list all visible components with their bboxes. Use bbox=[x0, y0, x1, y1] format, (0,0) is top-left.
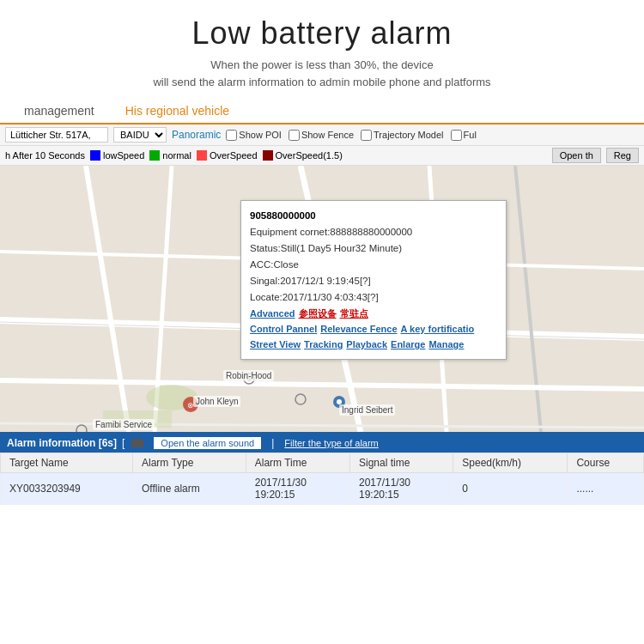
alarm-filter-button[interactable]: Filter the type of alarm bbox=[284, 438, 378, 448]
col-alarm-type: Alarm Type bbox=[132, 453, 246, 473]
panoramic-link[interactable]: Panoramic bbox=[172, 129, 221, 141]
subtitle-line1: When the power is less than 30%, the dev… bbox=[210, 58, 433, 71]
cell-course: ...... bbox=[568, 473, 644, 505]
alarm-table: Target Name Alarm Type Alarm Time Signal… bbox=[0, 453, 644, 505]
action-enlarge[interactable]: Enlarge bbox=[391, 337, 425, 352]
legend-overspeed: OverSpeed bbox=[197, 150, 258, 161]
action-resident[interactable]: 常驻点 bbox=[340, 306, 368, 321]
col-speed: Speed(km/h) bbox=[453, 453, 568, 473]
show-fence-checkbox[interactable] bbox=[289, 130, 300, 141]
legend-lowspeed: lowSpeed bbox=[90, 150, 144, 161]
address-input[interactable] bbox=[5, 127, 108, 143]
overspeed15-dot bbox=[263, 150, 273, 161]
overspeed-dot bbox=[197, 150, 207, 161]
show-fence-label[interactable]: Show Fence bbox=[289, 130, 354, 141]
full-checkbox[interactable] bbox=[451, 130, 462, 141]
alarm-sound-button[interactable]: Open the alarm sound bbox=[154, 437, 261, 449]
map-container[interactable]: ⊕ ⊕ ⊗ KletterwaId Aachen Elektro Brensch… bbox=[0, 166, 644, 432]
map-toolbar: BAIDU Panoramic Show POI Show Fence Traj… bbox=[0, 125, 644, 146]
action-fortification[interactable]: A key fortificatio bbox=[401, 321, 475, 337]
refresh-label: h After 10 Seconds bbox=[5, 150, 85, 161]
map-label-john-kleyn: John Kleyn bbox=[193, 396, 240, 407]
cell-alarm-time: 2017/11/3019:20:15 bbox=[246, 473, 349, 505]
subtitle: When the power is less than 30%, the dev… bbox=[0, 57, 644, 90]
action-ref-device[interactable]: 参照设备 bbox=[299, 306, 337, 321]
trajectory-label[interactable]: Trajectory Model bbox=[361, 130, 444, 141]
nav-regional-vehicle[interactable]: His regional vehicle bbox=[110, 99, 245, 125]
overspeed15-label: OverSpeed(1.5) bbox=[276, 150, 343, 161]
col-signal-time: Signal time bbox=[349, 453, 453, 473]
popup-locate: Locate:2017/11/30 4:03:43[?] bbox=[250, 289, 497, 306]
nav-bar: management His regional vehicle bbox=[0, 99, 644, 125]
show-poi-label[interactable]: Show POI bbox=[226, 130, 282, 141]
action-manage[interactable]: Manage bbox=[428, 337, 464, 352]
cell-signal-time: 2017/11/3019:20:15 bbox=[349, 473, 453, 505]
action-tracking[interactable]: Tracking bbox=[304, 337, 343, 352]
popup-actions-row3: Street View Tracking Playback Enlarge Ma… bbox=[250, 337, 497, 352]
map-label-robin-hood: Robin-Hood bbox=[223, 370, 274, 381]
checkbox-group: Show POI Show Fence Trajectory Model Ful bbox=[226, 130, 476, 141]
alarm-separator: | bbox=[271, 437, 274, 449]
popup-signal: Singal:2017/12/1 9:19:45[?] bbox=[250, 273, 497, 289]
map-label-ingrid: Ingrid Seibert bbox=[339, 404, 395, 416]
popup-equipment: Equipment cornet:888888880000000 bbox=[250, 224, 497, 240]
info-popup: 905880000000 Equipment cornet:8888888800… bbox=[240, 200, 507, 360]
alarm-bracket-open: [ bbox=[122, 437, 125, 449]
normal-dot bbox=[149, 150, 160, 161]
table-row[interactable]: XY0033203949 Offline alarm 2017/11/3019:… bbox=[1, 473, 644, 505]
popup-device-id: 905880000000 bbox=[250, 208, 497, 224]
col-alarm-time: Alarm Time bbox=[246, 453, 349, 473]
col-course: Course bbox=[568, 453, 644, 473]
action-street-view[interactable]: Street View bbox=[250, 337, 301, 352]
alarm-table-header: Target Name Alarm Type Alarm Time Signal… bbox=[1, 453, 644, 473]
speed-toolbar: h After 10 Seconds lowSpeed normal OverS… bbox=[0, 146, 644, 166]
reg-button[interactable]: Reg bbox=[606, 148, 639, 163]
page-title: Low battery alarm bbox=[0, 15, 644, 52]
trajectory-checkbox[interactable] bbox=[361, 130, 372, 141]
open-button[interactable]: Open th bbox=[552, 148, 601, 163]
alarm-title: Alarm information [6s] bbox=[7, 437, 117, 449]
action-control-panel[interactable]: Control Pannel bbox=[250, 321, 317, 337]
alarm-table-body: XY0033203949 Offline alarm 2017/11/3019:… bbox=[1, 473, 644, 505]
cell-target: XY0033203949 bbox=[1, 473, 133, 505]
lowspeed-label: lowSpeed bbox=[103, 150, 144, 161]
map-label-famibi: Famibi Service bbox=[93, 419, 155, 430]
normal-label: normal bbox=[162, 150, 191, 161]
popup-status: Status:Still(1 Day5 Hour32 Minute) bbox=[250, 240, 497, 257]
map-provider-select[interactable]: BAIDU bbox=[113, 127, 167, 143]
title-section: Low battery alarm When the power is less… bbox=[0, 0, 644, 99]
popup-actions-row1: Advanced 参照设备 常驻点 bbox=[250, 306, 497, 321]
popup-acc: ACC:Close bbox=[250, 257, 497, 273]
lowspeed-dot bbox=[90, 150, 100, 161]
alarm-icon bbox=[131, 439, 143, 447]
alarm-header-row: Target Name Alarm Type Alarm Time Signal… bbox=[1, 453, 644, 473]
subtitle-line2: will send the alarm information to admin… bbox=[153, 76, 490, 88]
action-relevance-fence[interactable]: Relevance Fence bbox=[320, 321, 397, 337]
action-advanced[interactable]: Advanced bbox=[250, 306, 295, 321]
popup-actions-row2: Control Pannel Relevance Fence A key for… bbox=[250, 321, 497, 337]
cell-speed: 0 bbox=[453, 473, 568, 505]
legend-normal: normal bbox=[149, 150, 191, 161]
alarm-header: Alarm information [6s] [ Open the alarm … bbox=[0, 434, 644, 453]
overspeed-label: OverSpeed bbox=[210, 150, 258, 161]
cell-alarm-type: Offline alarm bbox=[132, 473, 246, 505]
action-playback[interactable]: Playback bbox=[346, 337, 387, 352]
col-target-name: Target Name bbox=[1, 453, 133, 473]
legend-overspeed15: OverSpeed(1.5) bbox=[263, 150, 343, 161]
nav-management[interactable]: management bbox=[9, 99, 110, 123]
show-poi-checkbox[interactable] bbox=[226, 130, 237, 141]
full-label[interactable]: Ful bbox=[451, 130, 477, 141]
alarm-panel: Alarm information [6s] [ Open the alarm … bbox=[0, 432, 644, 505]
